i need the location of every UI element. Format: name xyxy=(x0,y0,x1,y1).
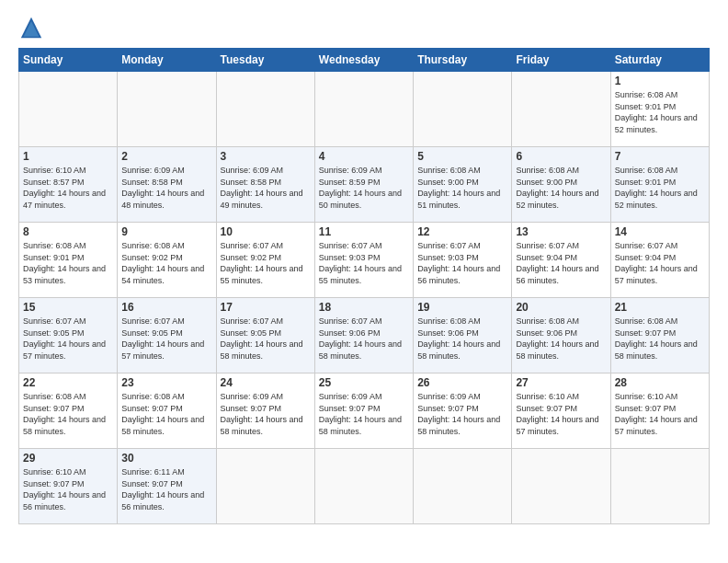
calendar-cell: 13Sunrise: 6:07 AM Sunset: 9:04 PM Dayli… xyxy=(512,223,610,298)
day-info: Sunrise: 6:07 AM Sunset: 9:05 PM Dayligh… xyxy=(221,316,311,362)
day-number: 4 xyxy=(319,150,409,163)
calendar-week-row: 8Sunrise: 6:08 AM Sunset: 9:01 PM Daylig… xyxy=(19,223,710,298)
day-info: Sunrise: 6:08 AM Sunset: 9:06 PM Dayligh… xyxy=(516,316,606,362)
day-info: Sunrise: 6:10 AM Sunset: 9:07 PM Dayligh… xyxy=(615,391,705,437)
logo xyxy=(18,15,48,40)
calendar-cell xyxy=(512,72,610,147)
calendar-cell: 15Sunrise: 6:07 AM Sunset: 9:05 PM Dayli… xyxy=(19,298,118,373)
calendar-table: SundayMondayTuesdayWednesdayThursdayFrid… xyxy=(18,48,710,524)
calendar-cell: 27Sunrise: 6:10 AM Sunset: 9:07 PM Dayli… xyxy=(512,373,610,449)
calendar-cell xyxy=(414,449,512,524)
day-info: Sunrise: 6:09 AM Sunset: 9:07 PM Dayligh… xyxy=(319,391,409,437)
calendar-cell: 23Sunrise: 6:08 AM Sunset: 9:07 PM Dayli… xyxy=(118,373,216,449)
day-info: Sunrise: 6:07 AM Sunset: 9:04 PM Dayligh… xyxy=(615,240,705,286)
day-number: 22 xyxy=(23,376,113,389)
day-info: Sunrise: 6:07 AM Sunset: 9:03 PM Dayligh… xyxy=(319,240,409,286)
calendar-cell: 17Sunrise: 6:07 AM Sunset: 9:05 PM Dayli… xyxy=(216,298,314,373)
day-info: Sunrise: 6:08 AM Sunset: 9:01 PM Dayligh… xyxy=(615,165,705,211)
calendar-cell: 9Sunrise: 6:08 AM Sunset: 9:02 PM Daylig… xyxy=(118,223,216,298)
calendar-cell: 1Sunrise: 6:10 AM Sunset: 8:57 PM Daylig… xyxy=(19,147,118,223)
calendar-cell: 28Sunrise: 6:10 AM Sunset: 9:07 PM Dayli… xyxy=(610,373,709,449)
header xyxy=(18,15,710,40)
calendar-header-monday: Monday xyxy=(118,49,216,72)
calendar-cell xyxy=(19,72,118,147)
day-number: 19 xyxy=(417,301,507,314)
day-number: 10 xyxy=(221,225,311,238)
calendar-cell xyxy=(216,72,314,147)
day-info: Sunrise: 6:08 AM Sunset: 9:06 PM Dayligh… xyxy=(417,316,507,362)
calendar-cell: 22Sunrise: 6:08 AM Sunset: 9:07 PM Dayli… xyxy=(19,373,118,449)
day-number: 6 xyxy=(516,150,606,163)
day-info: Sunrise: 6:09 AM Sunset: 8:58 PM Dayligh… xyxy=(121,165,211,211)
calendar-cell: 2Sunrise: 6:09 AM Sunset: 8:58 PM Daylig… xyxy=(118,147,216,223)
calendar-header-tuesday: Tuesday xyxy=(216,49,314,72)
calendar-cell: 20Sunrise: 6:08 AM Sunset: 9:06 PM Dayli… xyxy=(512,298,610,373)
day-info: Sunrise: 6:10 AM Sunset: 9:07 PM Dayligh… xyxy=(516,391,606,437)
calendar-cell: 24Sunrise: 6:09 AM Sunset: 9:07 PM Dayli… xyxy=(216,373,314,449)
day-info: Sunrise: 6:09 AM Sunset: 9:07 PM Dayligh… xyxy=(221,391,311,437)
day-number: 30 xyxy=(121,452,211,465)
calendar-cell: 30Sunrise: 6:11 AM Sunset: 9:07 PM Dayli… xyxy=(118,449,216,524)
day-number: 17 xyxy=(221,301,311,314)
calendar-cell: 21Sunrise: 6:08 AM Sunset: 9:07 PM Dayli… xyxy=(610,298,709,373)
day-number: 29 xyxy=(23,452,113,465)
day-info: Sunrise: 6:07 AM Sunset: 9:02 PM Dayligh… xyxy=(221,240,311,286)
calendar-header-thursday: Thursday xyxy=(414,49,512,72)
calendar-header-saturday: Saturday xyxy=(610,49,709,72)
day-number: 9 xyxy=(121,225,211,238)
day-number: 3 xyxy=(221,150,311,163)
calendar-cell xyxy=(118,72,216,147)
day-info: Sunrise: 6:07 AM Sunset: 9:06 PM Dayligh… xyxy=(319,316,409,362)
day-info: Sunrise: 6:07 AM Sunset: 9:05 PM Dayligh… xyxy=(121,316,211,362)
day-number: 8 xyxy=(23,225,113,238)
day-number: 13 xyxy=(516,225,606,238)
day-number: 23 xyxy=(121,376,211,389)
calendar-cell: 1Sunrise: 6:08 AM Sunset: 9:01 PM Daylig… xyxy=(610,72,709,147)
day-info: Sunrise: 6:10 AM Sunset: 9:07 PM Dayligh… xyxy=(23,466,113,512)
day-number: 27 xyxy=(516,376,606,389)
calendar-cell xyxy=(216,449,314,524)
day-number: 5 xyxy=(417,150,507,163)
day-info: Sunrise: 6:08 AM Sunset: 9:00 PM Dayligh… xyxy=(516,165,606,211)
day-number: 25 xyxy=(319,376,409,389)
calendar-cell: 4Sunrise: 6:09 AM Sunset: 8:59 PM Daylig… xyxy=(314,147,413,223)
day-info: Sunrise: 6:07 AM Sunset: 9:03 PM Dayligh… xyxy=(417,240,507,286)
calendar-cell: 7Sunrise: 6:08 AM Sunset: 9:01 PM Daylig… xyxy=(610,147,709,223)
day-number: 16 xyxy=(121,301,211,314)
calendar-cell: 10Sunrise: 6:07 AM Sunset: 9:02 PM Dayli… xyxy=(216,223,314,298)
day-info: Sunrise: 6:11 AM Sunset: 9:07 PM Dayligh… xyxy=(121,466,211,512)
day-number: 11 xyxy=(319,225,409,238)
calendar-cell: 16Sunrise: 6:07 AM Sunset: 9:05 PM Dayli… xyxy=(118,298,216,373)
logo-icon xyxy=(18,15,44,40)
day-info: Sunrise: 6:08 AM Sunset: 9:07 PM Dayligh… xyxy=(23,391,113,437)
day-number: 1 xyxy=(615,75,705,87)
day-number: 1 xyxy=(23,150,113,163)
calendar-header-sunday: Sunday xyxy=(19,49,118,72)
day-number: 2 xyxy=(121,150,211,163)
day-info: Sunrise: 6:09 AM Sunset: 8:58 PM Dayligh… xyxy=(221,165,311,211)
day-info: Sunrise: 6:08 AM Sunset: 9:00 PM Dayligh… xyxy=(417,165,507,211)
calendar-cell: 12Sunrise: 6:07 AM Sunset: 9:03 PM Dayli… xyxy=(414,223,512,298)
calendar-cell: 11Sunrise: 6:07 AM Sunset: 9:03 PM Dayli… xyxy=(314,223,413,298)
calendar-cell: 8Sunrise: 6:08 AM Sunset: 9:01 PM Daylig… xyxy=(19,223,118,298)
day-number: 24 xyxy=(221,376,311,389)
day-info: Sunrise: 6:07 AM Sunset: 9:05 PM Dayligh… xyxy=(23,316,113,362)
calendar-cell xyxy=(314,72,413,147)
day-number: 28 xyxy=(615,376,705,389)
day-info: Sunrise: 6:08 AM Sunset: 9:07 PM Dayligh… xyxy=(121,391,211,437)
calendar-cell: 3Sunrise: 6:09 AM Sunset: 8:58 PM Daylig… xyxy=(216,147,314,223)
day-info: Sunrise: 6:08 AM Sunset: 9:07 PM Dayligh… xyxy=(615,316,705,362)
calendar-week-row: 1Sunrise: 6:10 AM Sunset: 8:57 PM Daylig… xyxy=(19,147,710,223)
calendar-cell xyxy=(610,449,709,524)
day-number: 14 xyxy=(615,225,705,238)
calendar-cell: 14Sunrise: 6:07 AM Sunset: 9:04 PM Dayli… xyxy=(610,223,709,298)
day-number: 7 xyxy=(615,150,705,163)
day-info: Sunrise: 6:09 AM Sunset: 8:59 PM Dayligh… xyxy=(319,165,409,211)
calendar-cell xyxy=(512,449,610,524)
calendar-week-row: 22Sunrise: 6:08 AM Sunset: 9:07 PM Dayli… xyxy=(19,373,710,449)
day-info: Sunrise: 6:10 AM Sunset: 8:57 PM Dayligh… xyxy=(23,165,113,211)
calendar-cell xyxy=(314,449,413,524)
calendar-week-row: 15Sunrise: 6:07 AM Sunset: 9:05 PM Dayli… xyxy=(19,298,710,373)
day-info: Sunrise: 6:08 AM Sunset: 9:01 PM Dayligh… xyxy=(615,89,705,135)
day-number: 20 xyxy=(516,301,606,314)
